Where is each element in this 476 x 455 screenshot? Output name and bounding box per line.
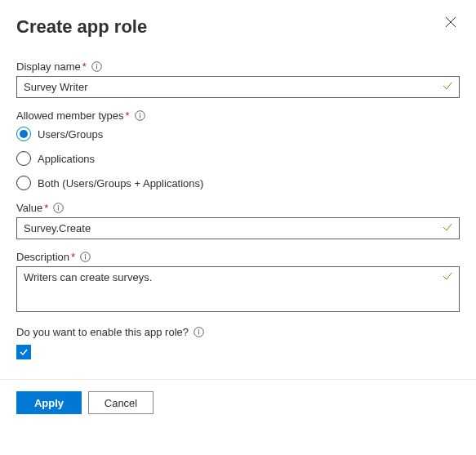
- close-button[interactable]: [442, 13, 460, 33]
- value-label: Value: [16, 202, 42, 214]
- radio-icon: [16, 127, 31, 141]
- svg-rect-14: [198, 332, 199, 335]
- radio-label: Users/Groups: [38, 128, 103, 141]
- value-input[interactable]: [16, 217, 460, 239]
- radio-label: Both (Users/Groups + Applications): [38, 177, 203, 190]
- info-icon[interactable]: [135, 110, 145, 121]
- svg-point-1: [96, 64, 98, 65]
- cancel-button[interactable]: Cancel: [88, 391, 153, 414]
- radio-icon: [16, 176, 31, 190]
- enable-checkbox[interactable]: [16, 345, 31, 359]
- svg-point-13: [198, 329, 200, 331]
- info-icon[interactable]: [91, 61, 102, 72]
- svg-rect-8: [58, 207, 59, 211]
- svg-point-10: [85, 254, 87, 256]
- svg-rect-11: [85, 256, 86, 260]
- radio-icon: [16, 151, 31, 166]
- apply-button[interactable]: Apply: [16, 391, 82, 414]
- info-icon[interactable]: [194, 327, 204, 337]
- page-title: Create app role: [16, 16, 147, 38]
- display-name-input[interactable]: [16, 76, 460, 98]
- check-icon: [19, 347, 29, 357]
- description-input[interactable]: [16, 266, 460, 312]
- radio-applications[interactable]: Applications: [16, 151, 460, 166]
- required-mark: *: [71, 251, 75, 263]
- description-label: Description: [16, 251, 69, 263]
- svg-rect-5: [140, 115, 140, 118]
- radio-label: Applications: [38, 153, 95, 165]
- radio-users-groups[interactable]: Users/Groups: [16, 127, 460, 141]
- close-icon: [445, 16, 456, 28]
- info-icon[interactable]: [80, 252, 91, 262]
- display-name-label: Display name: [16, 60, 81, 73]
- required-mark: *: [82, 60, 87, 73]
- radio-both[interactable]: Both (Users/Groups + Applications): [16, 176, 460, 190]
- info-icon[interactable]: [53, 203, 64, 213]
- required-mark: *: [44, 202, 48, 214]
- required-mark: *: [126, 109, 130, 122]
- svg-rect-2: [96, 66, 97, 69]
- svg-point-4: [139, 113, 140, 114]
- enable-label: Do you want to enable this app role?: [16, 326, 189, 338]
- svg-point-7: [58, 205, 60, 207]
- allowed-types-label: Allowed member types: [16, 109, 124, 122]
